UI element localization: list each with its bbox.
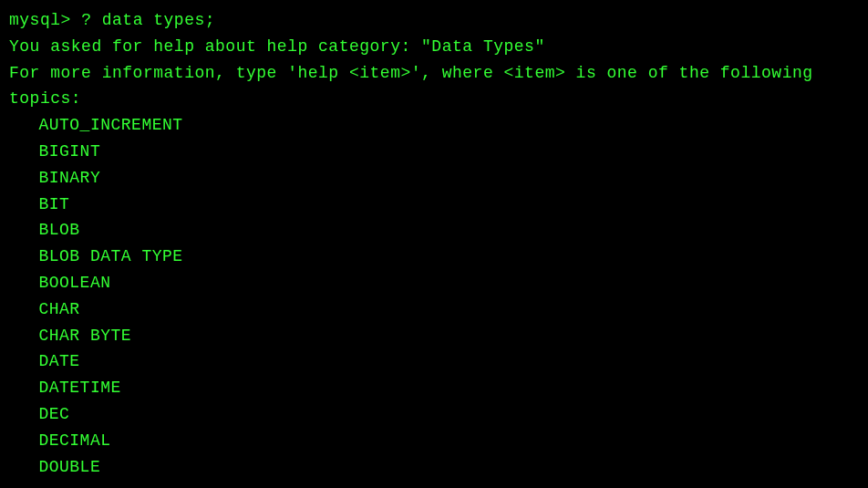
topic-item: BOOLEAN [9,270,859,296]
topic-item: DOUBLE [9,454,859,481]
topic-item: BLOB [9,217,859,244]
topic-item: DATETIME [9,375,859,401]
user-command: ? data types; [81,11,215,29]
topic-item: AUTO_INCREMENT [9,112,859,139]
topic-item: BLOB DATA TYPE [9,244,859,270]
topic-item: DECIMAL [9,428,859,454]
topic-item: BIT [9,192,859,218]
response-header: You asked for help about help category: … [9,34,859,60]
topic-item: BIGINT [9,139,859,165]
topic-item: DEC [9,401,859,428]
response-instruction: For more information, type 'help <item>'… [9,60,859,87]
mysql-prompt: mysql> [9,11,81,29]
topic-item: CHAR BYTE [9,323,859,349]
response-topics-label: topics: [9,86,859,112]
topic-item: CHAR [9,296,859,323]
topic-item: DATE [9,348,859,375]
command-line[interactable]: mysql> ? data types; [9,7,859,34]
topic-item: BINARY [9,165,859,192]
